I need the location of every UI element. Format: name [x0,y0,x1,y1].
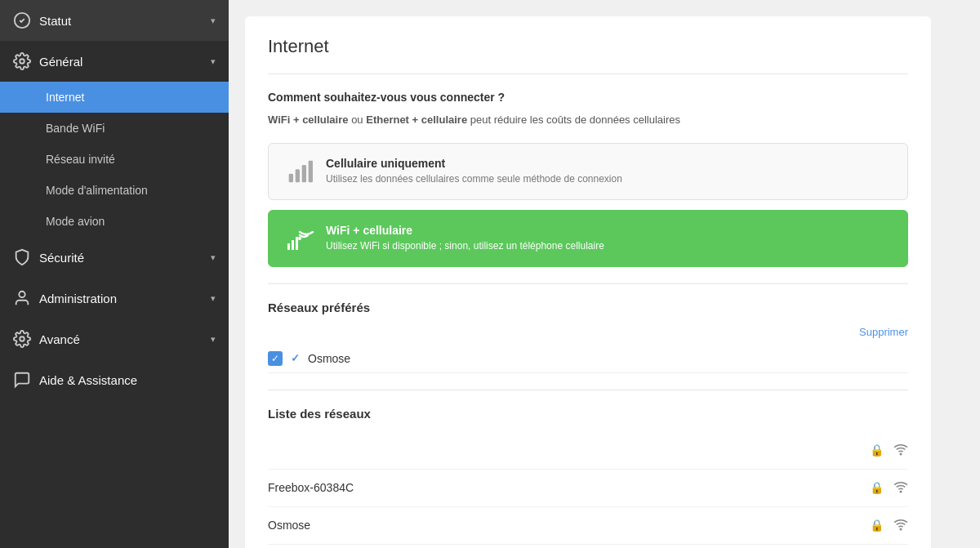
chevron-down-icon: ▾ [211,16,216,26]
connect-desc-text2: peut réduire les coûts de données cellul… [470,114,680,126]
networks-list-section: Liste des réseaux 🔒 [268,407,908,549]
sidebar-item-mode-avion[interactable]: Mode avion [0,206,229,237]
network-icons: 🔒 [870,479,908,497]
preferred-networks-section: Réseaux préférés Supprimer ✓ ✓ Osmose [268,301,908,373]
chevron-down-icon: ▾ [211,334,216,345]
option-cellulaire-uniquement[interactable]: Cellulaire uniquement Utilisez les donné… [268,143,908,200]
option-wifi-cellulaire[interactable]: WiFi + cellulaire Utilisez WiFi si dispo… [268,210,908,267]
chat-icon [13,371,31,389]
connect-desc-text1: ou [351,114,366,126]
svg-point-3 [20,336,24,341]
sidebar-item-avance[interactable]: Avancé ▾ [0,319,229,359]
network-icons: 🔒 [870,442,908,459]
svg-rect-7 [309,160,313,182]
option-wifi-desc: Utilisez WiFi si disponible ; sinon, uti… [326,239,604,253]
svg-point-1 [20,59,24,64]
cellular-icon [285,157,314,186]
sidebar-securite-label: Sécurité [39,251,203,265]
chevron-down-icon: ▾ [211,293,216,304]
networks-list-title: Liste des réseaux [268,407,908,421]
sidebar-item-bande-wifi[interactable]: Bande WiFi [0,113,229,144]
preferred-checkmark: ✓ [291,352,300,364]
option-wifi-content: WiFi + cellulaire Utilisez WiFi si dispo… [326,224,604,253]
sidebar-aide-label: Aide & Assistance [39,373,216,387]
page-title: Internet [268,36,908,57]
check-circle-icon [13,11,31,29]
network-osmose-name: Osmose [268,519,870,532]
wifi-icon [893,517,908,534]
sidebar-item-aide[interactable]: Aide & Assistance [0,359,229,400]
preferred-network-name: Osmose [308,352,350,365]
svg-rect-4 [289,173,293,182]
sidebar-item-securite[interactable]: Sécurité ▾ [0,237,229,278]
supprimer-button[interactable]: Supprimer [859,326,908,338]
svg-rect-6 [302,165,306,182]
wifi-cellulaire-strong: WiFi + cellulaire [268,114,349,126]
option-cellulaire-content: Cellulaire uniquement Utilisez les donné… [326,157,622,186]
network-list-row[interactable]: ElonNetwork [268,545,908,549]
svg-rect-9 [287,243,290,250]
chevron-down-icon: ▾ [211,252,216,263]
wifi-cellular-icon [285,224,314,253]
lock-icon: 🔒 [870,519,884,532]
sidebar-item-general[interactable]: Général ▾ [0,41,229,82]
preferred-network-checkbox[interactable]: ✓ [268,351,283,366]
network-list-row[interactable]: 🔒 [268,432,908,470]
wifi-icon [893,442,908,459]
sidebar: Statut ▾ Général ▾ Internet Bande WiFi R… [0,0,229,548]
sidebar-item-administration[interactable]: Administration ▾ [0,278,229,319]
network-freebox-name: Freebox-60384C [268,481,870,494]
svg-point-8 [298,237,301,240]
sidebar-avance-label: Avancé [39,332,203,346]
sidebar-item-reseau-invite[interactable]: Réseau invité [0,144,229,175]
main-content: Internet Comment souhaitez-vous vous con… [229,0,980,548]
person-icon [13,289,31,307]
shield-icon [13,248,31,266]
sidebar-item-statut[interactable]: Statut ▾ [0,0,229,41]
option-cellulaire-desc: Utilisez les données cellulaires comme s… [326,172,622,186]
network-list-row[interactable]: Osmose 🔒 [268,507,908,545]
svg-point-13 [900,491,902,492]
svg-point-14 [900,528,902,530]
connect-description: WiFi + cellulaire ou Ethernet + cellulai… [268,112,908,128]
option-wifi-title: WiFi + cellulaire [326,224,604,237]
connect-question: Comment souhaitez-vous vous connecter ? [268,91,908,104]
content-card: Internet Comment souhaitez-vous vous con… [245,16,931,548]
sidebar-general-label: Général [39,55,203,69]
sidebar-statut-label: Statut [39,14,203,28]
sidebar-administration-label: Administration [39,292,203,305]
svg-rect-5 [296,169,300,182]
network-icons: 🔒 [870,517,908,534]
ethernet-cellulaire-strong: Ethernet + cellulaire [366,114,467,126]
lock-icon: 🔒 [870,443,884,457]
wifi-icon [893,479,908,497]
preferred-section-title: Réseaux préférés [268,301,908,314]
sidebar-item-internet[interactable]: Internet [0,82,229,113]
sidebar-general-subitems: Internet Bande WiFi Réseau invité Mode d… [0,82,229,237]
gear-icon [13,52,31,70]
svg-rect-10 [292,240,294,250]
chevron-down-icon: ▾ [211,56,216,67]
supprimer-row: Supprimer [268,326,908,338]
svg-point-2 [19,292,24,297]
lock-icon: 🔒 [870,481,884,494]
preferred-network-row: ✓ ✓ Osmose [268,345,908,373]
gear-advanced-icon [13,330,31,348]
option-cellulaire-title: Cellulaire uniquement [326,157,622,170]
svg-point-12 [900,453,902,455]
network-list-row[interactable]: Freebox-60384C 🔒 [268,470,908,507]
sidebar-item-mode-alimentation[interactable]: Mode d'alimentation [0,175,229,206]
svg-rect-11 [296,237,298,250]
